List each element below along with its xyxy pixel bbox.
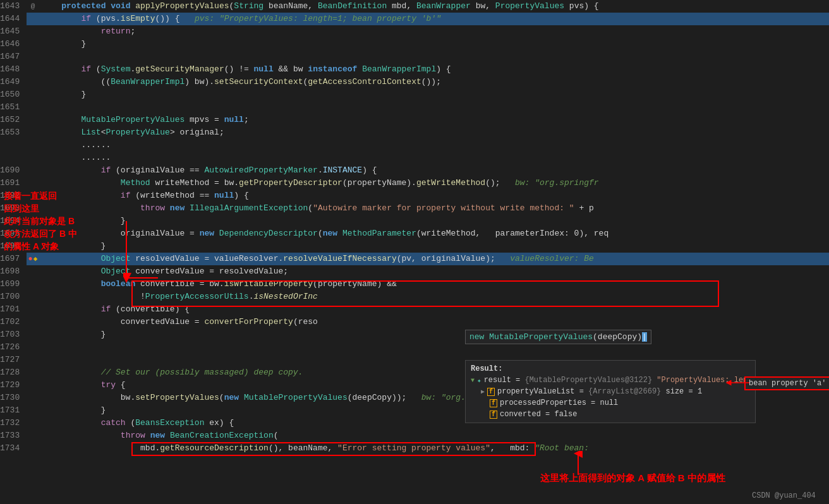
code-line-1733: 1733 throw new BeanCreationException(: [0, 429, 829, 442]
bean-property-highlight: bean property 'a': [744, 376, 829, 390]
code-line-.......: ......: [0, 152, 829, 164]
line-number: 1651: [0, 101, 27, 114]
line-content: }: [39, 88, 829, 101]
line-icons: [27, 442, 39, 455]
code-line-1653: 1653 List<PropertyValue> original;: [0, 126, 829, 139]
code-line-.......: ......: [0, 139, 829, 152]
line-icons: [27, 126, 39, 139]
cn-label-3: 此时当前对象是 B: [4, 216, 75, 227]
inline-popup-text: new: [469, 332, 484, 342]
line-icons: [27, 38, 39, 51]
line-number: 1653: [0, 126, 27, 139]
line-icons: [27, 316, 39, 328]
line-number: 1734: [0, 442, 27, 455]
result-text-0: result = {MutablePropertyValues@3122} "P…: [484, 376, 771, 385]
line-number: 1732: [0, 417, 27, 429]
line-number: 1727: [0, 354, 27, 366]
line-icons: [27, 101, 39, 114]
line-number: 1644: [0, 13, 27, 25]
line-icons: [27, 303, 39, 316]
line-number: 1697: [0, 253, 27, 265]
code-line-1696: 1696 }: [0, 240, 829, 253]
line-content: Method writeMethod = bw.getPropertyDescr…: [39, 177, 829, 189]
line-content: [39, 51, 829, 63]
line-number: 1652: [0, 114, 27, 126]
line-content: ......: [39, 152, 829, 164]
line-number: 1702: [0, 316, 27, 328]
line-icons: [27, 291, 39, 303]
line-icons: [27, 152, 39, 164]
line-number: 1650: [0, 88, 27, 101]
line-icons: [27, 366, 39, 379]
line-icons: [27, 164, 39, 177]
bookmark-icon: ◆: [33, 253, 38, 265]
result-row-0: ▼ ✦ result = {MutablePropertyValues@3122…: [466, 375, 755, 386]
line-number: 1728: [0, 366, 27, 379]
line-icons: [27, 177, 39, 189]
line-content: if (writeMethod == null) {: [39, 189, 829, 202]
line-icons: [27, 392, 39, 404]
line-content: }: [39, 215, 829, 227]
line-content: }: [39, 38, 829, 51]
line-number: [0, 152, 27, 164]
line-content: Object convertedValue = resolvedValue;: [39, 265, 829, 278]
line-number: 1729: [0, 379, 27, 392]
line-icons: [27, 341, 39, 354]
code-line-1690: 1690 if (originalValue == AutowiredPrope…: [0, 164, 829, 177]
line-content: return;: [39, 25, 829, 38]
line-content: Object resolvedValue = valueResolver.res…: [39, 253, 829, 265]
expand-icon-0: ▼: [471, 377, 475, 384]
code-line-1699: 1699 boolean convertible = bw.isWritable…: [0, 278, 829, 291]
result-text-3: converted = false: [500, 410, 577, 419]
line-number: 1647: [0, 51, 27, 63]
line-icons: [27, 404, 39, 417]
line-number: 1731: [0, 404, 27, 417]
line-content: ((BeanWrapperImpl) bw).setSecurityContex…: [39, 76, 829, 88]
line-number: 1643: [0, 0, 27, 13]
code-line-1643: 1643@ protected void applyPropertyValues…: [0, 0, 829, 13]
line-icons: [27, 379, 39, 392]
code-line-1691: 1691 Method writeMethod = bw.getProperty…: [0, 177, 829, 189]
bottom-annotation: 这里将上面得到的对象 A 赋值给 B 中的属性: [540, 472, 725, 484]
result-icon-0: ✦: [477, 376, 481, 385]
line-number: 1648: [0, 63, 27, 76]
result-icon-2: f: [490, 399, 497, 407]
line-number: 1646: [0, 38, 27, 51]
code-line-1651: 1651: [0, 101, 829, 114]
line-content: }: [39, 240, 829, 253]
line-content: List<PropertyValue> original;: [39, 126, 829, 139]
line-content: }: [39, 328, 829, 341]
code-line-1649: 1649 ((BeanWrapperImpl) bw).setSecurityC…: [0, 76, 829, 88]
line-number: 1645: [0, 25, 27, 38]
expand-icon-1: ▶: [481, 388, 485, 395]
line-icons: [27, 76, 39, 88]
line-icons: [27, 265, 39, 278]
result-row-1: ▶ f propertyValueList = {ArrayList@2669}…: [466, 386, 755, 397]
code-line-1726: 1726: [0, 341, 829, 354]
line-content: throw new BeanCreationException(: [39, 429, 829, 442]
line-number: 1700: [0, 291, 27, 303]
code-line-1694: 1694 }: [0, 215, 829, 227]
cn-label-1: 接着一直返回: [4, 191, 57, 202]
line-icons: [27, 354, 39, 366]
line-number: 1649: [0, 76, 27, 88]
line-content: mbd.getResourceDescription(), beanName, …: [39, 442, 829, 455]
line-content: boolean convertible = bw.isWritablePrope…: [39, 278, 829, 291]
line-content: originalValue = new DependencyDescriptor…: [39, 227, 829, 240]
result-text-2: processedProperties = null: [500, 399, 618, 407]
line-number: 1690: [0, 164, 27, 177]
code-line-1652: 1652 MutablePropertyValues mpvs = null;: [0, 114, 829, 126]
line-number: 1698: [0, 265, 27, 278]
inline-popup: new MutablePropertyValues(deepCopy)|: [465, 330, 651, 344]
line-content: [39, 341, 829, 354]
code-line-1695: 1695 originalValue = new DependencyDescr…: [0, 227, 829, 240]
line-icons: [27, 88, 39, 101]
line-number: 1726: [0, 341, 27, 354]
result-popup-title: Result:: [466, 363, 755, 375]
code-line-1644: 1644 if (pvs.isEmpty()) { pvs: "Property…: [0, 13, 829, 25]
line-icons: [27, 328, 39, 341]
code-line-1698: 1698 Object convertedValue = resolvedVal…: [0, 265, 829, 278]
result-popup: Result: ▼ ✦ result = {MutablePropertyVal…: [465, 360, 756, 423]
line-icons: [27, 278, 39, 291]
result-icon-1: f: [487, 388, 495, 396]
